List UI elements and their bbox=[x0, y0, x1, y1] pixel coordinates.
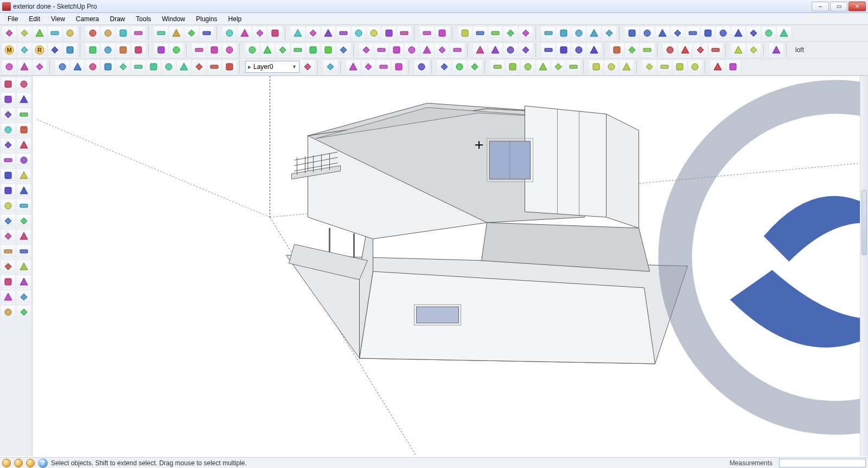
3d-warehouse[interactable] bbox=[336, 26, 350, 40]
env-globe[interactable] bbox=[154, 43, 168, 57]
plugin-a5[interactable] bbox=[602, 26, 616, 40]
palette-label[interactable] bbox=[17, 229, 31, 243]
terrain-3[interactable] bbox=[620, 60, 634, 74]
tex-5[interactable] bbox=[306, 43, 320, 57]
status-chip-2[interactable] bbox=[14, 459, 23, 467]
offset-tool[interactable] bbox=[200, 26, 214, 40]
select-tool[interactable] bbox=[2, 26, 16, 40]
target-3[interactable] bbox=[390, 43, 404, 57]
shape-star[interactable] bbox=[640, 43, 654, 57]
redo-disabled[interactable] bbox=[468, 60, 482, 74]
push-pull[interactable] bbox=[131, 26, 145, 40]
palette-offset[interactable] bbox=[17, 184, 31, 198]
shape-egg[interactable] bbox=[625, 43, 639, 57]
vertical-scrollbar[interactable] bbox=[860, 76, 868, 456]
cube-1[interactable] bbox=[490, 60, 505, 74]
letter-n[interactable] bbox=[519, 43, 533, 57]
mat-r[interactable]: R bbox=[33, 43, 47, 57]
curve-2[interactable] bbox=[746, 43, 761, 57]
photo-textures[interactable] bbox=[321, 26, 335, 40]
palette-followme[interactable] bbox=[17, 168, 31, 182]
plugin-a2[interactable] bbox=[557, 26, 571, 40]
palette-look-around[interactable] bbox=[17, 290, 31, 304]
terrain-7[interactable] bbox=[688, 60, 702, 74]
arrow-up-green[interactable] bbox=[503, 43, 518, 57]
paint-bucket[interactable] bbox=[116, 26, 130, 40]
palette-previous[interactable] bbox=[17, 275, 31, 289]
palette-paint[interactable] bbox=[1, 92, 15, 106]
viewport-3d[interactable] bbox=[33, 76, 868, 456]
target-6[interactable] bbox=[435, 43, 449, 57]
plugin-b2[interactable] bbox=[640, 26, 654, 40]
stack-4[interactable] bbox=[587, 43, 601, 57]
menu-draw[interactable]: Draw bbox=[105, 14, 131, 24]
terrain-1[interactable] bbox=[589, 60, 603, 74]
sandbox-2[interactable] bbox=[435, 26, 449, 40]
drape[interactable] bbox=[488, 26, 502, 40]
stack-1[interactable] bbox=[541, 43, 556, 57]
palette-eraser[interactable] bbox=[17, 92, 31, 106]
target-4[interactable] bbox=[405, 43, 419, 57]
sandbox-1[interactable] bbox=[420, 26, 434, 40]
shape-8[interactable] bbox=[162, 60, 176, 74]
sel-mode-1[interactable] bbox=[2, 60, 16, 74]
plugin-b10[interactable] bbox=[762, 26, 776, 40]
render-box3[interactable] bbox=[222, 43, 237, 57]
palette-pan[interactable] bbox=[17, 244, 31, 258]
shape-12[interactable] bbox=[222, 60, 237, 74]
palette-rectangle[interactable] bbox=[1, 107, 15, 122]
shape-6[interactable] bbox=[131, 60, 145, 74]
icon-red2[interactable] bbox=[678, 43, 692, 57]
menu-window[interactable]: Window bbox=[157, 14, 191, 24]
rotate-tool[interactable] bbox=[169, 26, 183, 40]
menu-tools[interactable]: Tools bbox=[131, 14, 157, 24]
icon-red1[interactable] bbox=[663, 43, 677, 57]
status-chip-3[interactable] bbox=[26, 459, 35, 467]
get-extensions[interactable] bbox=[382, 26, 396, 40]
cube-2[interactable] bbox=[506, 60, 520, 74]
measurements-input[interactable] bbox=[779, 459, 866, 467]
target-1[interactable] bbox=[359, 43, 373, 57]
light-area[interactable] bbox=[131, 43, 145, 57]
palette-position-camera[interactable] bbox=[1, 290, 15, 304]
render-box1[interactable] bbox=[192, 43, 206, 57]
plugin-b1[interactable] bbox=[625, 26, 639, 40]
line-tool[interactable] bbox=[17, 26, 31, 40]
plugin-b7[interactable] bbox=[716, 26, 730, 40]
arrow-down-red[interactable] bbox=[473, 43, 487, 57]
shape-5[interactable] bbox=[116, 60, 130, 74]
menu-camera[interactable]: Camera bbox=[71, 14, 105, 24]
palette-zoom-window[interactable] bbox=[17, 260, 31, 274]
palette-polygon[interactable] bbox=[1, 138, 15, 152]
hand-tool[interactable] bbox=[321, 43, 335, 57]
toggle-terrain[interactable] bbox=[306, 26, 320, 40]
menu-plugins[interactable]: Plugins bbox=[190, 14, 222, 24]
menu-help[interactable]: Help bbox=[223, 14, 247, 24]
env-grid[interactable] bbox=[169, 43, 183, 57]
palette-orbit[interactable] bbox=[1, 244, 15, 258]
mirror-1[interactable] bbox=[414, 60, 429, 74]
palette-zoom-extents[interactable] bbox=[1, 275, 15, 289]
sel-mode-3[interactable] bbox=[33, 60, 47, 74]
palette-text[interactable] bbox=[1, 214, 15, 228]
palette-protractor[interactable] bbox=[17, 199, 31, 213]
shape-11[interactable] bbox=[207, 60, 221, 74]
plugin-b5[interactable] bbox=[686, 26, 700, 40]
align-1[interactable] bbox=[346, 60, 360, 74]
palette-section[interactable] bbox=[17, 305, 31, 319]
send-layout[interactable] bbox=[397, 26, 411, 40]
terrain-4[interactable] bbox=[642, 60, 656, 74]
stamp[interactable] bbox=[473, 26, 487, 40]
palette-pushpull[interactable] bbox=[17, 153, 31, 167]
target-7[interactable] bbox=[450, 43, 464, 57]
menu-edit[interactable]: Edit bbox=[23, 14, 46, 24]
add-detail[interactable] bbox=[503, 26, 518, 40]
layer-info[interactable] bbox=[301, 60, 315, 74]
layer-combo[interactable]: ▸Layer0▼ bbox=[245, 61, 299, 73]
cube-4[interactable] bbox=[536, 60, 550, 74]
tex-4[interactable] bbox=[291, 43, 305, 57]
arc-tool[interactable] bbox=[63, 26, 77, 40]
plugin-a4[interactable] bbox=[587, 26, 601, 40]
target-2[interactable] bbox=[374, 43, 388, 57]
palette-arc[interactable] bbox=[17, 123, 31, 137]
